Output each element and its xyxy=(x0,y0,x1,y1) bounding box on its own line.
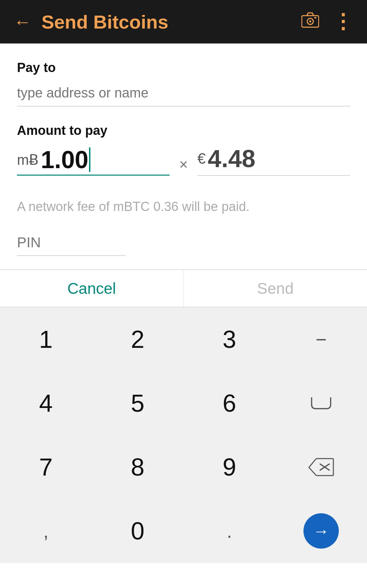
svg-point-2 xyxy=(309,20,311,22)
numpad-key-4[interactable]: 4 xyxy=(0,371,92,435)
form-section: Pay to Amount to pay mɃ 1.00 × € 4.48 A … xyxy=(0,43,367,256)
svg-rect-3 xyxy=(314,17,316,18)
numpad-key-5[interactable]: 5 xyxy=(92,371,184,435)
numpad-key-comma[interactable]: , xyxy=(0,499,92,563)
pay-to-label: Pay to xyxy=(17,60,350,75)
page-title: Send Bitcoins xyxy=(41,11,301,33)
numpad-key-dot[interactable]: . xyxy=(184,499,275,563)
amount-btc-prefix: mɃ xyxy=(17,152,39,168)
amount-eur-prefix: € xyxy=(197,150,206,167)
camera-icon[interactable] xyxy=(301,12,319,31)
numpad-key-3[interactable]: 3 xyxy=(184,307,275,371)
amount-eur-wrapper: € 4.48 xyxy=(197,145,350,176)
amount-btc-wrapper: mɃ 1.00 xyxy=(17,147,170,176)
amount-btc-value: 1.00 xyxy=(41,147,88,172)
header: ← Send Bitcoins ⋮ xyxy=(0,0,367,43)
numpad-key-0[interactable]: 0 xyxy=(92,499,184,563)
send-button[interactable]: Send xyxy=(184,270,367,307)
header-actions: ⋮ xyxy=(301,12,353,32)
go-arrow: → xyxy=(313,522,329,540)
numpad-key-2[interactable]: 2 xyxy=(92,307,184,371)
amount-times: × xyxy=(179,156,188,176)
more-icon[interactable]: ⋮ xyxy=(333,12,353,32)
numpad: 123−456 789 ,0. → xyxy=(0,307,367,563)
numpad-key-6[interactable]: 6 xyxy=(184,371,275,435)
amount-label: Amount to pay xyxy=(17,123,350,138)
pin-input[interactable] xyxy=(17,231,126,256)
numpad-key-7[interactable]: 7 xyxy=(0,435,92,499)
back-button[interactable]: ← xyxy=(14,13,31,31)
amount-eur-value: 4.48 xyxy=(208,145,255,173)
go-circle: → xyxy=(303,513,339,549)
numpad-key-delete[interactable] xyxy=(275,435,367,499)
numpad-key-9[interactable]: 9 xyxy=(184,435,275,499)
numpad-key-8[interactable]: 8 xyxy=(92,435,184,499)
numpad-key-space[interactable] xyxy=(275,371,367,435)
action-row: Cancel Send xyxy=(0,270,367,307)
numpad-key-go[interactable]: → xyxy=(275,499,367,563)
pay-to-input[interactable] xyxy=(17,82,350,106)
amount-row: mɃ 1.00 × € 4.48 xyxy=(17,145,350,176)
network-fee-text: A network fee of mBTC 0.36 will be paid. xyxy=(17,199,350,214)
amount-cursor xyxy=(89,147,90,172)
cancel-button[interactable]: Cancel xyxy=(0,270,184,307)
numpad-key-1[interactable]: 1 xyxy=(0,307,92,371)
numpad-key-minus[interactable]: − xyxy=(275,307,367,371)
